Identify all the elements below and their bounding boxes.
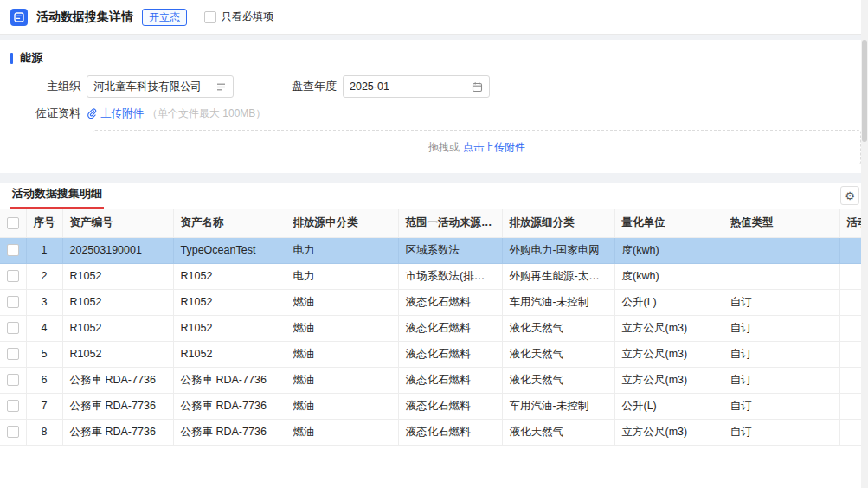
table-row[interactable]: 1202503190001TypeOceanTest电力区域系数法外购电力-国家… [0,237,868,263]
form-icon [10,9,28,26]
cell-no: 3 [26,289,62,315]
cell-asset_name: TypeOceanTest [173,237,286,263]
column-header: 资产名称 [173,209,286,237]
cell-asset_name: R1052 [173,341,286,367]
table-row[interactable]: 6公務車 RDA-7736公務車 RDA-7736燃油液态化石燃料液化天然气立方… [0,367,868,393]
cell-scope_source: 液态化石燃料 [398,341,502,367]
year-value: 2025-01 [350,80,389,93]
header-checkbox-cell [0,209,26,237]
cell-heat_type: 自订 [723,341,839,367]
row-checkbox[interactable] [7,296,19,308]
cell-sub_category: 外购再生能源-太阳能 [502,263,614,289]
row-checkbox[interactable] [7,348,19,360]
year-label: 盘查年度 [234,79,343,94]
cell-scope_source: 液态化石燃料 [398,367,502,393]
detail-table-wrap: 序号资产编号资产名称排放源中分类范围一活动来源、范...排放源细分类量化单位热值… [0,209,868,446]
cell-asset_name: R1052 [173,263,286,289]
org-label: 主组织 [0,79,87,94]
status-badge: 开立态 [142,9,187,26]
cell-mid_category: 燃油 [286,393,398,419]
cell-no: 5 [26,341,62,367]
table-row[interactable]: 2R1052R1052电力市场系数法(排放系数...外购再生能源-太阳能度(kw… [0,263,868,289]
cell-unit: 立方公尺(m3) [614,367,723,393]
cell-unit: 公升(L) [614,289,723,315]
table-header-row: 序号资产编号资产名称排放源中分类范围一活动来源、范...排放源细分类量化单位热值… [0,209,868,237]
upload-hint: （单个文件最大 100MB） [147,106,266,121]
cell-asset_name: 公務車 RDA-7736 [173,367,286,393]
table-row[interactable]: 4R1052R1052燃油液态化石燃料液化天然气立方公尺(m3)自订 [0,315,868,341]
required-only-checkbox[interactable] [204,11,216,23]
row-checkbox[interactable] [7,244,19,256]
table-row[interactable]: 5R1052R1052燃油液态化石燃料液化天然气立方公尺(m3)自订 [0,341,868,367]
cell-no: 1 [26,237,62,263]
cell-mid_category: 电力 [286,263,398,289]
cell-heat_type: 自订 [723,367,839,393]
vertical-scrollbar[interactable] [861,0,868,488]
scrollbar-thumb[interactable] [862,40,867,142]
section-marker [10,53,13,64]
tab-activity-detail[interactable]: 活动数据搜集明细 [10,186,104,209]
detail-table: 序号资产编号资产名称排放源中分类范围一活动来源、范...排放源细分类量化单位热值… [0,209,868,446]
cell-sub_category: 车用汽油-未控制 [502,393,614,419]
energy-form-section: 能源 主组织 河北童车科技有限公司 盘查年度 2025-01 [0,40,868,173]
evidence-label: 佐证资料 [0,106,87,121]
row-checkbox[interactable] [7,322,19,334]
row-checkbox[interactable] [7,270,19,282]
cell-unit: 度(kwh) [614,237,723,263]
section-title-row: 能源 [0,43,868,67]
org-picker-icon[interactable] [215,81,227,93]
cell-heat_type: 自订 [723,393,839,419]
cell-mid_category: 燃油 [286,289,398,315]
cell-heat_type [723,237,839,263]
column-header: 热值类型 [723,209,839,237]
row-checkbox[interactable] [7,426,19,438]
row-checkbox[interactable] [7,374,19,386]
required-only-filter[interactable]: 只看必填项 [204,10,273,24]
cell-asset_name: R1052 [173,315,286,341]
column-header: 量化单位 [614,209,723,237]
cell-mid_category: 电力 [286,237,398,263]
table-row[interactable]: 8公務車 RDA-7736公務車 RDA-7736燃油液态化石燃料液化天然气立方… [0,419,868,445]
cell-no: 4 [26,315,62,341]
cell-asset_no: R1052 [62,341,173,367]
dropzone-text: 拖拽或 [428,140,460,155]
cell-scope_source: 市场系数法(排放系数... [398,263,502,289]
table-row[interactable]: 3R1052R1052燃油液态化石燃料车用汽油-未控制公升(L)自订 [0,289,868,315]
cell-unit: 立方公尺(m3) [614,419,723,445]
cell-no: 7 [26,393,62,419]
row-checkbox-cell [0,393,26,419]
cell-asset_no: 公務車 RDA-7736 [62,419,173,445]
detail-tabs: 活动数据搜集明细 ⚙ [0,183,868,209]
form-row-evidence: 佐证资料 上传附件 （单个文件最大 100MB） [0,106,868,121]
cell-unit: 公升(L) [614,393,723,419]
upload-attachment-link[interactable]: 上传附件 [87,106,144,121]
cell-unit: 立方公尺(m3) [614,315,723,341]
cell-no: 2 [26,263,62,289]
cell-no: 6 [26,367,62,393]
gear-icon: ⚙ [845,189,855,202]
org-value: 河北童车科技有限公司 [93,80,202,94]
required-only-label: 只看必填项 [222,10,273,24]
cell-asset_no: R1052 [62,315,173,341]
calendar-icon[interactable] [472,81,483,93]
column-settings-button[interactable]: ⚙ [840,186,859,205]
cell-unit: 立方公尺(m3) [614,341,723,367]
table-row[interactable]: 7公務車 RDA-7736公務車 RDA-7736燃油液态化石燃料车用汽油-未控… [0,393,868,419]
org-input[interactable]: 河北童车科技有限公司 [87,75,234,98]
row-checkbox-cell [0,315,26,341]
cell-asset_name: R1052 [173,289,286,315]
row-checkbox[interactable] [7,400,19,412]
year-input[interactable]: 2025-01 [343,75,490,98]
cell-unit: 度(kwh) [614,263,723,289]
dropzone-upload-link[interactable]: 点击上传附件 [463,140,525,155]
cell-no: 8 [26,419,62,445]
column-header: 序号 [26,209,62,237]
upload-dropzone[interactable]: 拖拽或 点击上传附件 [93,130,861,164]
row-checkbox-cell [0,289,26,315]
column-header: 范围一活动来源、范... [398,209,502,237]
select-all-checkbox[interactable] [7,217,19,229]
cell-sub_category: 外购电力-国家电网 [502,237,614,263]
cell-scope_source: 液态化石燃料 [398,289,502,315]
upload-link-label: 上传附件 [100,106,144,121]
cell-sub_category: 液化天然气 [502,341,614,367]
